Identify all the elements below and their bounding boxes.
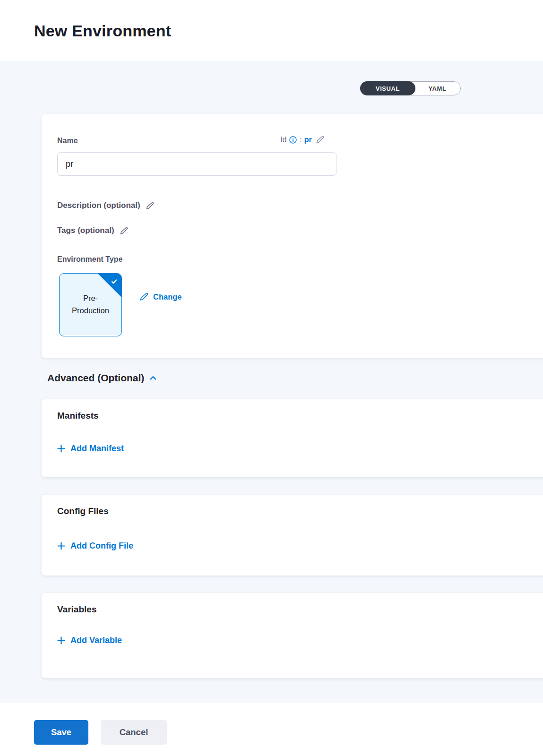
config-files-title: Config Files — [57, 506, 109, 516]
environment-type-card-pre-production[interactable]: Pre-Production — [59, 273, 122, 336]
variables-card: Variables Add Variable — [42, 593, 543, 678]
visual-yaml-toggle[interactable]: VISUAL YAML — [360, 81, 461, 95]
plus-icon — [57, 445, 65, 453]
tab-visual[interactable]: VISUAL — [360, 81, 415, 95]
environment-type-label: Environment Type — [57, 255, 122, 264]
add-config-file-button[interactable]: Add Config File — [57, 541, 133, 551]
manifests-title: Manifests — [57, 411, 99, 421]
manifests-card: Manifests Add Manifest — [42, 399, 543, 477]
save-button[interactable]: Save — [34, 720, 88, 745]
add-variable-label: Add Variable — [70, 636, 122, 645]
name-label: Name — [57, 137, 78, 145]
environment-type-value: Pre-Production — [65, 292, 117, 317]
advanced-optional-toggle[interactable]: Advanced (Optional) — [47, 372, 157, 384]
name-input[interactable] — [57, 152, 336, 176]
plus-icon — [57, 636, 65, 644]
check-icon — [110, 277, 119, 286]
edit-tags-icon[interactable] — [120, 226, 129, 235]
tags-label: Tags (optional) — [57, 226, 114, 235]
cancel-button[interactable]: Cancel — [101, 720, 167, 745]
description-row[interactable]: Description (optional) — [57, 201, 155, 210]
description-label: Description (optional) — [57, 201, 140, 210]
id-row: Id : pr — [280, 135, 325, 144]
id-value: pr — [304, 136, 312, 144]
tab-yaml[interactable]: YAML — [414, 82, 460, 95]
plus-icon — [57, 542, 65, 550]
chevron-up-icon — [149, 374, 157, 382]
advanced-label: Advanced (Optional) — [47, 372, 144, 384]
id-label: Id — [280, 136, 286, 144]
change-environment-type-link[interactable]: Change — [139, 292, 182, 301]
new-environment-page: New Environment VISUAL YAML Name Id : pr — [0, 0, 543, 756]
edit-change-icon — [139, 292, 149, 301]
edit-id-icon[interactable] — [316, 135, 325, 144]
environment-details-card: Name Id : pr Description (optional) — [42, 114, 543, 358]
tags-row[interactable]: Tags (optional) — [57, 226, 129, 235]
config-files-card: Config Files Add Config File — [42, 495, 543, 576]
change-label: Change — [153, 292, 182, 301]
add-manifest-label: Add Manifest — [70, 444, 124, 454]
variables-title: Variables — [57, 604, 96, 615]
add-variable-button[interactable]: Add Variable — [57, 636, 122, 645]
add-manifest-button[interactable]: Add Manifest — [57, 444, 124, 454]
edit-description-icon[interactable] — [146, 201, 155, 210]
id-separator: : — [300, 136, 302, 144]
page-title: New Environment — [34, 22, 171, 40]
info-icon[interactable] — [289, 136, 297, 144]
add-config-file-label: Add Config File — [70, 541, 133, 551]
